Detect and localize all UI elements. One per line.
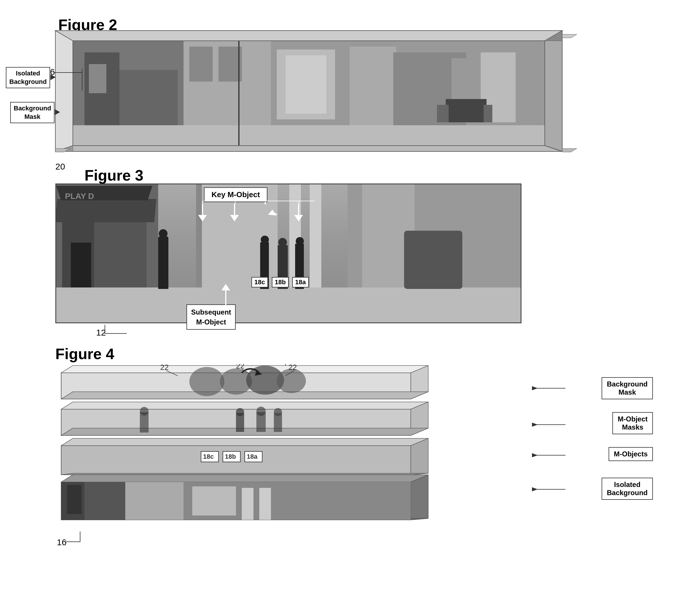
- figure2-diagram: [44, 29, 597, 166]
- svg-rect-18: [484, 105, 492, 122]
- svg-marker-31: [198, 215, 207, 221]
- svg-rect-11: [349, 47, 396, 131]
- svg-text:22: 22: [289, 364, 297, 372]
- fig3-arrow2: [230, 204, 239, 221]
- fig3-id18c: 18c: [251, 277, 268, 288]
- svg-marker-22: [545, 30, 562, 152]
- fig4-arrow-bg-mask: [530, 384, 566, 393]
- svg-marker-42: [61, 392, 428, 399]
- svg-rect-83: [125, 482, 184, 520]
- fig3-id18b: 18b: [272, 277, 289, 288]
- svg-marker-27: [562, 35, 577, 38]
- fig3-arrow1: [198, 204, 207, 221]
- fig2-ref20: 20: [55, 162, 65, 172]
- svg-marker-33: [230, 215, 239, 221]
- svg-rect-85: [192, 486, 236, 516]
- svg-point-65: [274, 408, 282, 416]
- svg-rect-10: [286, 55, 326, 114]
- fig4-arrow-isolated-bg: [530, 485, 566, 494]
- svg-text:22: 22: [160, 364, 169, 372]
- svg-rect-4: [89, 64, 106, 93]
- svg-marker-28: [562, 149, 577, 152]
- svg-marker-23: [55, 145, 562, 152]
- svg-marker-95: [532, 487, 538, 491]
- svg-marker-34: [268, 210, 277, 215]
- svg-rect-16: [446, 99, 486, 122]
- svg-marker-36: [294, 215, 303, 221]
- fig4-mobject-masks-label: M-Object Masks: [612, 412, 653, 434]
- svg-marker-89: [532, 386, 538, 390]
- svg-marker-67: [61, 438, 428, 446]
- svg-point-59: [140, 407, 149, 416]
- svg-rect-19: [73, 125, 545, 145]
- svg-marker-38: [221, 284, 230, 290]
- fig3-bracket12: [104, 323, 133, 335]
- fig4-arrow-mobjects: [530, 451, 566, 460]
- fig4-isolated-background-label: Isolated Background: [601, 478, 653, 500]
- svg-rect-82: [67, 485, 82, 514]
- svg-marker-91: [532, 423, 538, 427]
- figure4-title: Figure 4: [55, 345, 114, 363]
- svg-rect-86: [242, 488, 253, 520]
- figure3-scene: PLAY D 18c 18b 18a: [55, 183, 521, 323]
- svg-point-61: [236, 408, 244, 416]
- figure4-diagram: 22 22 22 18c 18b 18a: [38, 364, 533, 527]
- svg-rect-6: [189, 47, 213, 82]
- svg-point-43: [189, 367, 224, 396]
- figure3-title: Figure 3: [85, 166, 143, 184]
- svg-text:22: 22: [236, 364, 245, 370]
- fig2-background-mask-label: Background Mask: [10, 102, 54, 123]
- svg-text:18a: 18a: [247, 453, 257, 460]
- svg-text:18b: 18b: [225, 453, 236, 460]
- fig3-subsequent-mobject-label: Subsequent M-Object: [186, 304, 236, 330]
- fig4-bracket16: [63, 530, 86, 545]
- fig4-mobjects-label: M-Objects: [609, 447, 653, 461]
- svg-marker-24: [55, 30, 73, 152]
- fig3-arrow4: [294, 204, 303, 221]
- svg-marker-57: [61, 428, 428, 435]
- fig3-subsequent-arrow: [221, 281, 230, 306]
- fig3-id18a: 18a: [292, 277, 309, 288]
- fig3-key-mobject-label: Key M-Object: [204, 187, 268, 202]
- fig2-isolated-background-label: Isolated Background: [6, 67, 50, 88]
- svg-rect-87: [259, 488, 271, 520]
- fig4-background-mask-label: Background Mask: [601, 377, 653, 399]
- svg-rect-17: [437, 105, 449, 122]
- fig4-arrow-mobject-masks: [530, 420, 566, 429]
- svg-marker-78: [411, 475, 428, 520]
- svg-text:18c: 18c: [203, 453, 214, 460]
- svg-marker-55: [61, 402, 428, 409]
- svg-marker-21: [55, 30, 562, 41]
- svg-point-63: [256, 407, 266, 416]
- svg-marker-77: [61, 475, 428, 482]
- svg-rect-3: [119, 70, 178, 134]
- svg-marker-93: [532, 453, 538, 457]
- fig3-arrow3-curved: [253, 202, 277, 226]
